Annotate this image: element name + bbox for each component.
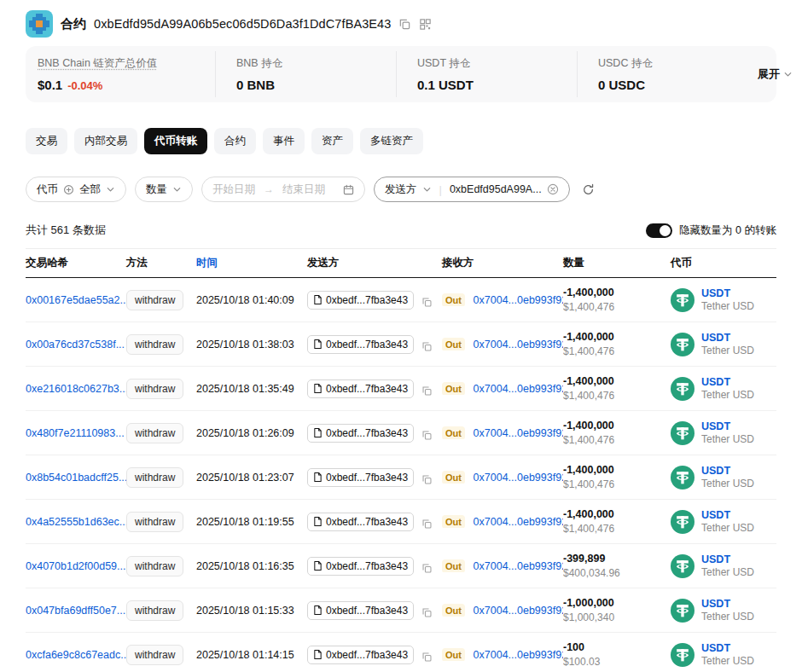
amount-filter[interactable]: 数量: [135, 177, 193, 202]
to-address-link[interactable]: 0x7004...0eb993f92f: [474, 605, 563, 617]
col-time[interactable]: 时间: [196, 256, 307, 270]
tab[interactable]: 内部交易: [74, 128, 137, 154]
usdt-token-icon: [671, 554, 694, 578]
method-badge: withdraw: [126, 379, 183, 399]
tx-hash-link[interactable]: 0xe216018c0627b3...: [26, 383, 126, 395]
copy-icon[interactable]: [421, 652, 433, 663]
coin-icon: [63, 184, 74, 195]
summary-items: BNB Chain 链资产总价值 $0.1 -0.04% BNB 持仓 0 BN…: [26, 51, 758, 97]
token-symbol-link[interactable]: USDT: [701, 598, 754, 610]
tab[interactable]: 资产: [311, 128, 353, 154]
token-symbol-link[interactable]: USDT: [701, 642, 754, 654]
tab[interactable]: 多链资产: [360, 128, 423, 154]
from-address-tag[interactable]: 0xbedf...7fba3e43: [307, 601, 414, 620]
direction-badge: Out: [442, 559, 465, 572]
tx-hash-link[interactable]: 0x4a52555b1d63ec...: [26, 516, 126, 528]
sender-filter-value: 0xbEdfd95dA99A...: [450, 183, 542, 195]
usdt-token-icon: [671, 421, 694, 445]
from-address-tag[interactable]: 0xbedf...7fba3e43: [307, 291, 414, 310]
copy-icon[interactable]: [421, 563, 433, 574]
tx-hash-link[interactable]: 0x00a76cd37c538f...: [26, 339, 125, 350]
from-address-tag[interactable]: 0xbedf...7fba3e43: [307, 379, 414, 398]
copy-icon[interactable]: [421, 518, 433, 530]
direction-badge: Out: [442, 382, 465, 395]
copy-icon[interactable]: [421, 474, 433, 485]
expand-button[interactable]: 展开: [758, 67, 793, 82]
from-address: 0xbedf...7fba3e43: [326, 383, 408, 395]
token-symbol-link[interactable]: USDT: [701, 420, 754, 432]
from-address-tag[interactable]: 0xbedf...7fba3e43: [307, 646, 414, 664]
copy-address-icon[interactable]: [398, 18, 411, 31]
method-badge: withdraw: [126, 467, 183, 488]
hide-zero-toggle[interactable]: [646, 223, 672, 238]
chevron-down-icon: [106, 185, 115, 194]
to-address-link[interactable]: 0x7004...0eb993f92f: [474, 649, 563, 661]
table-row: 0x00a76cd37c538f... withdraw 2025/10/18 …: [26, 322, 776, 367]
copy-icon[interactable]: [421, 341, 433, 352]
token-name: Tether USD: [701, 345, 754, 356]
to-address-link[interactable]: 0x7004...0eb993f92f: [474, 294, 563, 306]
from-address-tag[interactable]: 0xbedf...7fba3e43: [307, 424, 414, 443]
summary-label: BNB 持仓: [236, 56, 375, 71]
from-address-tag[interactable]: 0xbedf...7fba3e43: [307, 557, 414, 576]
contract-icon: [313, 294, 323, 305]
from-address: 0xbedf...7fba3e43: [326, 516, 408, 528]
tab[interactable]: 代币转账: [144, 128, 207, 154]
copy-icon[interactable]: [421, 430, 433, 441]
token-symbol-link[interactable]: USDT: [701, 287, 754, 299]
from-address: 0xbedf...7fba3e43: [326, 605, 408, 617]
token-symbol-link[interactable]: USDT: [701, 332, 754, 344]
copy-icon[interactable]: [421, 297, 433, 308]
contract-address: 0xbEdfd95dA99A06b5ec06d5D6Da3f1DdC7fBA3E…: [94, 17, 391, 31]
tab-label: 内部交易: [84, 135, 127, 147]
status-row: 共计 561 条数据 隐藏数量为 0 的转账: [26, 223, 776, 238]
to-address-link[interactable]: 0x7004...0eb993f92f: [474, 560, 563, 572]
from-address-tag[interactable]: 0xbedf...7fba3e43: [307, 468, 414, 487]
from-address: 0xbedf...7fba3e43: [326, 560, 408, 572]
direction-badge: Out: [442, 648, 465, 661]
to-address-link[interactable]: 0x7004...0eb993f92f: [474, 383, 563, 395]
to-address-link[interactable]: 0x7004...0eb993f92f: [474, 516, 563, 528]
summary-change: -0.04%: [67, 79, 102, 92]
token-symbol-link[interactable]: USDT: [701, 509, 754, 521]
table-row: 0x047bfa69dff50e7... withdraw 2025/10/18…: [26, 588, 776, 633]
copy-icon[interactable]: [421, 385, 433, 397]
summary-value: $0.1: [38, 78, 62, 92]
tx-time: 2025/10/18 01:19:55: [196, 516, 294, 528]
tx-hash-link[interactable]: 0xcfa6e9c8c67eadc...: [26, 649, 126, 661]
from-address-tag[interactable]: 0xbedf...7fba3e43: [307, 513, 414, 531]
token-symbol-link[interactable]: USDT: [701, 376, 754, 388]
token-filter[interactable]: 代币 全部: [26, 177, 126, 202]
date-range-filter[interactable]: 开始日期 → 结束日期: [201, 177, 365, 202]
to-address-link[interactable]: 0x7004...0eb993f92f: [474, 339, 563, 350]
tx-hash-link[interactable]: 0x047bfa69dff50e7...: [26, 605, 125, 617]
token-name: Tether USD: [701, 655, 754, 667]
refresh-icon[interactable]: [582, 183, 595, 196]
tab[interactable]: 交易: [26, 128, 67, 154]
amount-usd: $1,400,476: [563, 345, 671, 357]
tx-hash-link[interactable]: 0x00167e5dae55a2...: [26, 294, 126, 306]
col-from: 发送方: [307, 256, 442, 270]
tx-hash-link[interactable]: 0x8b54c01badcff25...: [26, 472, 126, 484]
sender-filter[interactable]: 发送方 | 0xbEdfd95dA99A...: [374, 177, 570, 202]
tx-time: 2025/10/18 01:16:35: [196, 560, 294, 572]
from-address-tag[interactable]: 0xbedf...7fba3e43: [307, 335, 414, 354]
copy-icon[interactable]: [421, 607, 433, 618]
token-symbol-link[interactable]: USDT: [701, 553, 754, 565]
to-address-link[interactable]: 0x7004...0eb993f92f: [474, 472, 563, 484]
amount-usd: $1,400,476: [563, 301, 671, 313]
filter-bar: 代币 全部 数量 开始日期 → 结束日期 发送方 | 0xbEdfd95dA99…: [26, 177, 776, 202]
token-symbol-link[interactable]: USDT: [701, 465, 754, 477]
tab[interactable]: 合约: [214, 128, 256, 154]
tx-hash-link[interactable]: 0x480f7e21110983...: [26, 427, 125, 439]
to-address-link[interactable]: 0x7004...0eb993f92f: [474, 427, 563, 439]
table-row: 0xcfa6e9c8c67eadc... withdraw 2025/10/18…: [26, 633, 776, 672]
tab[interactable]: 事件: [263, 128, 305, 154]
qr-code-icon[interactable]: [419, 18, 432, 31]
transfers-table: 交易哈希 方法 时间 发送方 接收方 数量 代币 0x00167e5dae55a…: [26, 248, 776, 672]
tx-hash-link[interactable]: 0x4070b1d2f00d59...: [26, 560, 125, 572]
tab-label: 多链资产: [370, 135, 413, 147]
amount-usd: $1,400,476: [563, 523, 671, 535]
table-body: 0x00167e5dae55a2... withdraw 2025/10/18 …: [26, 278, 776, 672]
clear-filter-icon[interactable]: [547, 183, 559, 195]
